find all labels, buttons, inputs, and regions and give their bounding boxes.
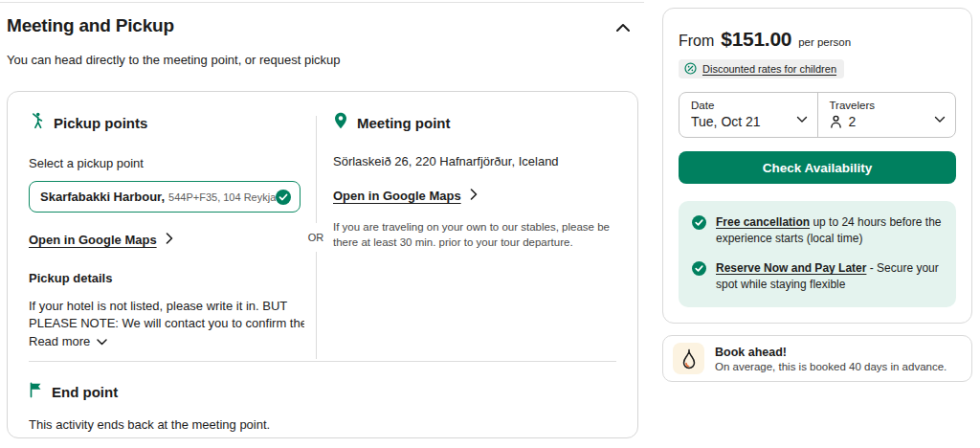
meeting-pickup-section: Meeting and Pickup You can head directly…	[0, 0, 644, 67]
read-more-toggle[interactable]: Read more	[29, 334, 107, 348]
divider-line-bottom	[316, 252, 317, 359]
price-value: $151.00	[721, 28, 791, 51]
pickup-open-maps-label: Open in Google Maps	[29, 233, 157, 247]
meeting-pickup-card: Pickup points Select a pickup point Skar…	[7, 91, 638, 438]
pickup-details-text: If your hotel is not listed, please writ…	[29, 298, 301, 332]
chevron-up-icon	[615, 21, 631, 35]
end-point-note: This activity ends back at the meeting p…	[29, 417, 616, 432]
date-label: Date	[691, 100, 761, 111]
discount-rates-badge[interactable]: Discounted rates for children	[679, 59, 844, 78]
meeting-point-address: Sörlaskeið 26, 220 Hafnarfjörður, Icelan…	[333, 154, 616, 168]
pickup-select-label: Select a pickup point	[29, 156, 301, 170]
or-divider: OR	[301, 112, 331, 359]
meeting-point-note: If you are traveling on your own to our …	[333, 219, 616, 250]
pickup-point-select[interactable]: Skarfabakki Harbour, 544P+F35, 104 Reykj…	[29, 181, 301, 213]
meeting-point-title: Meeting point	[357, 115, 451, 131]
booking-sidebar: From $151.00 per person Discounted rates…	[662, 8, 972, 382]
or-label: OR	[308, 232, 324, 243]
book-ahead-card: Book ahead! On average, this is booked 4…	[662, 335, 972, 382]
date-travelers-control: Date Tue, Oct 21 Travelers	[679, 92, 956, 138]
pickup-details-line2: PLEASE NOTE: We will contact you to conf…	[29, 315, 304, 332]
pickup-person-icon	[29, 112, 45, 133]
flame-icon	[673, 343, 704, 374]
date-select[interactable]: Date Tue, Oct 21	[679, 93, 817, 137]
divider-line-top	[316, 116, 317, 223]
end-point-title: End point	[52, 384, 118, 400]
benefit-free-cancellation: Free cancellation up to 24 hours before …	[692, 214, 943, 247]
pickup-points-title: Pickup points	[54, 115, 147, 131]
travelers-select[interactable]: Travelers 2	[817, 93, 956, 137]
collapse-section-button[interactable]	[612, 17, 635, 39]
check-circle-icon	[692, 261, 706, 293]
pickup-details-line1: If your hotel is not listed, please writ…	[29, 298, 304, 315]
traveler-person-icon	[830, 115, 842, 128]
pickup-open-maps-link[interactable]: Open in Google Maps	[29, 233, 173, 247]
meeting-open-maps-label: Open in Google Maps	[333, 189, 461, 203]
book-ahead-note: On average, this is booked 40 days in ad…	[715, 361, 947, 372]
chevron-right-icon	[166, 233, 173, 247]
chevron-down-icon	[97, 334, 107, 348]
meeting-point-column: Meeting point Sörlaskeið 26, 220 Hafnarf…	[331, 112, 616, 359]
pickup-selected-detail: 544P+F35, 104 Reykjavík,	[168, 191, 276, 203]
benefit-bold-text: Free cancellation	[716, 215, 810, 229]
chevron-down-icon	[796, 110, 808, 127]
chevron-right-icon	[470, 189, 478, 203]
travelers-count: 2	[849, 114, 857, 129]
section-title: Meeting and Pickup	[7, 15, 174, 36]
travelers-label: Travelers	[830, 100, 876, 111]
benefits-box: Free cancellation up to 24 hours before …	[679, 201, 956, 307]
book-ahead-title: Book ahead!	[715, 346, 947, 359]
benefit-reserve-pay-later: Reserve Now and Pay Later - Secure your …	[692, 260, 943, 293]
check-circle-icon	[276, 190, 291, 205]
meeting-open-maps-link[interactable]: Open in Google Maps	[333, 189, 478, 203]
benefit-bold-text: Reserve Now and Pay Later	[716, 261, 866, 275]
pickup-details-title: Pickup details	[29, 271, 301, 285]
pickup-selected-name: Skarfabakki Harbour,	[40, 190, 165, 204]
discount-badge-label: Discounted rates for children	[702, 63, 836, 75]
section-subtitle: You can head directly to the meeting poi…	[0, 39, 644, 67]
map-pin-icon	[333, 112, 348, 133]
check-circle-icon	[692, 215, 706, 247]
price-from-label: From	[679, 33, 714, 50]
discount-icon	[684, 62, 697, 75]
booking-card: From $151.00 per person Discounted rates…	[662, 8, 972, 324]
date-value: Tue, Oct 21	[691, 114, 761, 129]
flag-icon	[29, 382, 43, 402]
end-point-section: End point This activity ends back at the…	[29, 362, 616, 432]
per-person-label: per person	[798, 36, 851, 48]
read-more-label: Read more	[29, 334, 90, 348]
chevron-down-icon	[934, 110, 946, 127]
pickup-points-column: Pickup points Select a pickup point Skar…	[29, 112, 301, 359]
check-availability-button[interactable]: Check Availability	[679, 151, 956, 184]
